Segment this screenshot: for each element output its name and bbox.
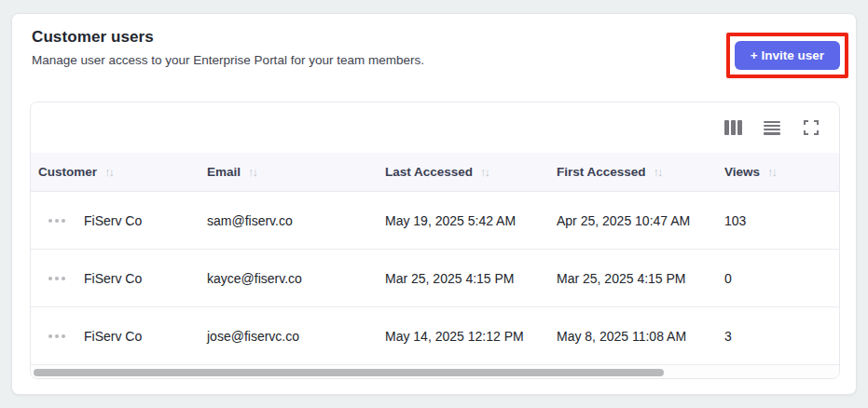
sort-icon[interactable]: ↑↓ <box>480 166 489 178</box>
column-header-last-accessed[interactable]: Last Accessed ↑↓ <box>378 165 550 179</box>
customer-name: FiServ Co <box>84 329 142 344</box>
column-header-email[interactable]: Email ↑↓ <box>200 165 378 179</box>
sort-icon[interactable]: ↑↓ <box>248 166 256 178</box>
columns-icon[interactable] <box>724 119 741 136</box>
last-accessed-cell: May 14, 2025 12:12 PM <box>378 329 550 344</box>
customer-name: FiServ Co <box>84 213 142 228</box>
page-subtitle: Manage user access to your Enterprise Po… <box>32 53 424 67</box>
customer-users-panel: Customer users Manage user access to you… <box>11 13 857 395</box>
fullscreen-icon-glyph <box>804 120 819 135</box>
first-accessed-cell: Apr 25, 2025 10:47 AM <box>550 213 718 228</box>
row-density-icon[interactable] <box>764 119 780 136</box>
row-actions-menu-icon[interactable] <box>47 331 67 342</box>
views-cell: 103 <box>718 213 839 228</box>
column-header-first-accessed[interactable]: First Accessed ↑↓ <box>550 165 718 179</box>
views-cell: 3 <box>718 329 839 344</box>
sort-icon[interactable]: ↑↓ <box>767 166 776 178</box>
row-actions-menu-icon[interactable] <box>47 273 67 284</box>
table-row: FiServ Co kayce@fiserv.co Mar 25, 2025 4… <box>31 250 839 307</box>
customer-cell: FiServ Co <box>31 329 200 344</box>
first-accessed-cell: Mar 25, 2025 4:15 PM <box>550 271 718 286</box>
last-accessed-cell: May 19, 2025 5:42 AM <box>378 213 550 228</box>
fullscreen-icon[interactable] <box>803 119 820 136</box>
last-accessed-cell: Mar 25, 2025 4:15 PM <box>378 271 550 286</box>
customer-name: FiServ Co <box>84 271 142 286</box>
columns-icon-glyph <box>724 120 742 135</box>
scrollbar-thumb[interactable] <box>34 369 664 376</box>
customer-cell: FiServ Co <box>31 213 200 228</box>
views-cell: 0 <box>718 271 839 286</box>
panel-header: Customer users Manage user access to you… <box>32 28 424 67</box>
email-cell: jose@fiservc.co <box>200 329 378 344</box>
users-table: Customer ↑↓ Email ↑↓ Last Accessed ↑↓ Fi… <box>30 102 840 379</box>
table-header-row: Customer ↑↓ Email ↑↓ Last Accessed ↑↓ Fi… <box>31 153 839 192</box>
first-accessed-cell: May 8, 2025 11:08 AM <box>550 329 718 344</box>
page-title: Customer users <box>32 28 424 47</box>
sort-icon[interactable]: ↑↓ <box>104 166 113 178</box>
row-actions-menu-icon[interactable] <box>47 215 67 226</box>
column-header-views[interactable]: Views ↑↓ <box>718 165 839 179</box>
table-row: FiServ Co sam@fiserv.co May 19, 2025 5:4… <box>31 192 839 250</box>
email-cell: kayce@fiserv.co <box>200 271 378 286</box>
table-row: FiServ Co jose@fiservc.co May 14, 2025 1… <box>31 307 839 365</box>
row-density-icon-glyph <box>764 121 780 135</box>
table-toolbar <box>31 102 839 153</box>
customer-cell: FiServ Co <box>31 271 200 286</box>
horizontal-scrollbar[interactable] <box>31 365 839 378</box>
sort-icon[interactable]: ↑↓ <box>654 166 662 178</box>
column-header-customer[interactable]: Customer ↑↓ <box>31 165 200 179</box>
email-cell: sam@fiserv.co <box>200 213 378 228</box>
invite-user-button[interactable]: + Invite user <box>735 41 840 70</box>
red-highlight-box: + Invite user <box>726 33 848 78</box>
